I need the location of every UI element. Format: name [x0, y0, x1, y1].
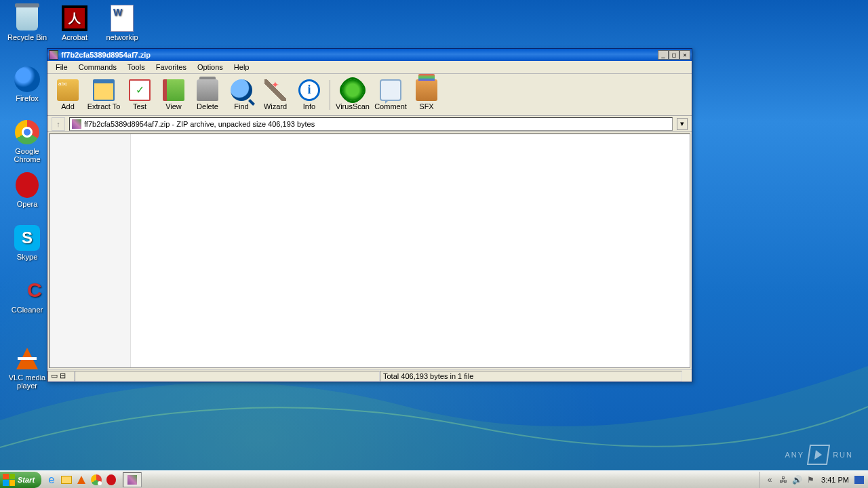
- winrar-icon: [127, 475, 137, 485]
- chrome-icon: [15, 120, 39, 144]
- statusbar: ▭ ⊟ Total 406,193 bytes in 1 file: [47, 369, 692, 382]
- networkip-label: networkip: [106, 33, 138, 41]
- tray-flag-icon[interactable]: ⚑: [805, 474, 816, 485]
- firefox-label: Firefox: [16, 94, 39, 102]
- toolbar-separator: [330, 80, 330, 110]
- delete-icon: [197, 79, 218, 101]
- wizard-icon: [264, 79, 286, 101]
- desktop-icon-acrobat[interactable]: 人Acrobat: [51, 3, 98, 51]
- desktop-icon-networkip[interactable]: networkip: [98, 3, 146, 51]
- view-label: View: [165, 102, 182, 110]
- close-button[interactable]: ✕: [679, 50, 690, 60]
- minimize-button[interactable]: _: [658, 50, 669, 60]
- find-icon: [231, 79, 252, 101]
- desktop-icon-vlc[interactable]: VLC media player: [3, 344, 51, 391]
- test-button[interactable]: Test: [123, 76, 156, 114]
- titlebar[interactable]: ff7b2cfa5389d8954af7.zip _ □ ✕: [47, 49, 692, 61]
- ql-ie[interactable]: e: [45, 474, 58, 486]
- virusscan-button[interactable]: VirusScan: [334, 76, 371, 114]
- extract-button[interactable]: Extract To: [85, 76, 122, 114]
- find-button[interactable]: Find: [225, 76, 258, 114]
- comment-icon: [380, 79, 401, 101]
- menu-favorites[interactable]: Favorites: [151, 62, 192, 73]
- menu-help[interactable]: Help: [229, 62, 255, 73]
- add-icon: [57, 79, 79, 101]
- opera-label: Opera: [17, 200, 38, 208]
- extract-label: Extract To: [87, 102, 121, 110]
- chrome-icon: [91, 474, 102, 485]
- virus-label: VirusScan: [336, 102, 370, 110]
- opera-icon: [16, 172, 39, 198]
- taskbar-item-winrar[interactable]: [123, 472, 142, 487]
- tray-expand[interactable]: «: [764, 474, 775, 485]
- watermark: ANY RUN: [785, 445, 853, 465]
- test-label: Test: [133, 102, 146, 110]
- archive-icon: [72, 119, 81, 129]
- ie-icon: e: [49, 474, 55, 486]
- folder-icon: [61, 476, 72, 484]
- ql-explorer[interactable]: [60, 474, 73, 486]
- desktop-icon-ccleaner[interactable]: CCleaner: [3, 276, 51, 323]
- ql-chrome[interactable]: [90, 474, 102, 486]
- status-total: Total 406,193 bytes in 1 file: [380, 371, 682, 382]
- ql-opera[interactable]: [105, 474, 117, 486]
- comment-button[interactable]: Comment: [372, 76, 409, 114]
- delete-label: Delete: [197, 102, 218, 110]
- view-button[interactable]: View: [157, 76, 190, 114]
- address-dropdown[interactable]: ▾: [677, 118, 688, 130]
- desktop-icon-chrome[interactable]: Google Chrome: [3, 117, 51, 165]
- clock[interactable]: 3:41 PM: [818, 476, 852, 484]
- extract-icon: [93, 79, 115, 101]
- info-button[interactable]: iInfo: [293, 76, 326, 114]
- up-button[interactable]: ↑: [52, 117, 65, 131]
- recycle-bin-label: Recycle Bin: [7, 33, 47, 41]
- menu-options[interactable]: Options: [192, 62, 229, 73]
- desktop-icon-skype[interactable]: SSkype: [3, 223, 51, 270]
- wizard-button[interactable]: Wizard: [259, 76, 292, 114]
- info-icon: i: [298, 79, 320, 101]
- add-label: Add: [61, 102, 75, 110]
- address-field[interactable]: ff7b2cfa5389d8954af7.zip - ZIP archive, …: [69, 117, 673, 131]
- winrar-icon: [49, 50, 58, 60]
- tray-network-icon[interactable]: 🖧: [778, 474, 789, 485]
- menu-commands[interactable]: Commands: [73, 62, 122, 73]
- comment-label: Comment: [374, 102, 407, 110]
- virus-icon: [342, 79, 363, 101]
- start-button[interactable]: Start: [0, 472, 41, 488]
- desktop-icon-opera[interactable]: Opera: [3, 170, 51, 218]
- delete-button[interactable]: Delete: [191, 76, 224, 114]
- ql-vlc[interactable]: [75, 474, 87, 486]
- wizard-label: Wizard: [264, 102, 287, 110]
- start-label: Start: [18, 476, 35, 484]
- status-selection: [75, 371, 380, 382]
- opera-icon: [106, 474, 116, 485]
- adobe-icon: 人: [62, 5, 87, 31]
- chrome-label: Google Chrome: [3, 147, 51, 163]
- toolbar: Add Extract To Test View Delete Find Wiz…: [47, 74, 692, 116]
- sfx-button[interactable]: SFX: [410, 76, 443, 114]
- quick-launch: e: [41, 474, 121, 486]
- watermark-text-a: ANY: [785, 451, 805, 459]
- vlc-icon: [77, 476, 85, 484]
- test-icon: [129, 79, 151, 101]
- desktop-icon-firefox[interactable]: Firefox: [3, 64, 51, 112]
- watermark-text-b: RUN: [833, 451, 853, 459]
- acrobat-label: Acrobat: [62, 33, 87, 41]
- word-doc-icon: [111, 5, 134, 32]
- menu-tools[interactable]: Tools: [122, 62, 151, 73]
- ccleaner-icon: [15, 279, 39, 303]
- add-button[interactable]: Add: [52, 76, 84, 114]
- info-label: Info: [303, 102, 315, 110]
- tray-volume-icon[interactable]: 🔊: [791, 474, 802, 485]
- vlc-label: VLC media player: [3, 373, 51, 390]
- menu-file[interactable]: File: [50, 62, 73, 73]
- file-list-area[interactable]: [49, 134, 690, 368]
- show-desktop-button[interactable]: [854, 476, 864, 484]
- sfx-icon: [416, 79, 437, 101]
- maximize-button[interactable]: □: [669, 50, 679, 60]
- addressbar: ↑ ff7b2cfa5389d8954af7.zip - ZIP archive…: [47, 116, 692, 132]
- status-view-icons[interactable]: ▭ ⊟: [47, 371, 75, 382]
- desktop-icon-recycle-bin[interactable]: Recycle Bin: [3, 3, 51, 51]
- view-icon: [163, 79, 184, 101]
- sfx-label: SFX: [419, 102, 433, 110]
